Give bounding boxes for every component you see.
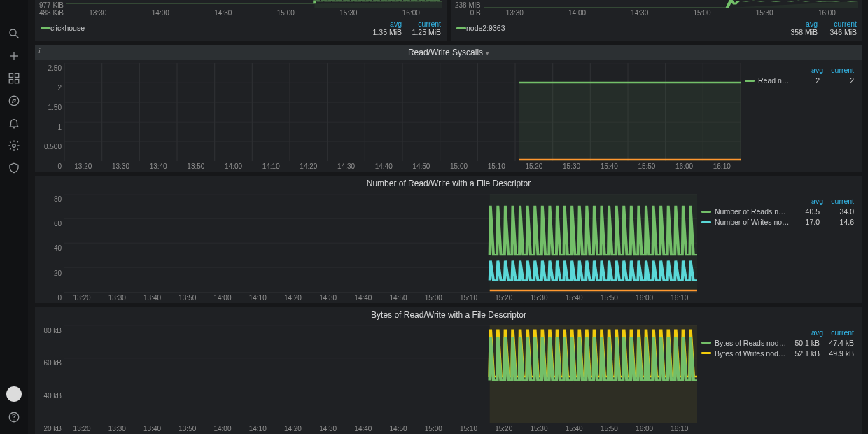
chart-plot[interactable] bbox=[64, 194, 697, 292]
panel-fd-count[interactable]: Number of Read/Write with a File Descrip… bbox=[35, 176, 862, 302]
avatar[interactable] bbox=[6, 386, 22, 402]
yaxis: 806040200 bbox=[39, 194, 64, 301]
yaxis: 238 MiB 0 B bbox=[455, 0, 484, 17]
xaxis: 13:3014:0014:3015:0015:3016:00 bbox=[484, 8, 858, 17]
legend-swatch bbox=[745, 80, 755, 82]
legend-row[interactable]: Read node2:9363 2 2 bbox=[745, 76, 854, 85]
xaxis: 13:3014:0014:3015:0015:3016:00 bbox=[66, 8, 442, 17]
yaxis: 2.5021.5010.5000 bbox=[39, 63, 64, 170]
legend: clickhouse avgcurrent 1.35 MiB1.25 MiB bbox=[35, 18, 447, 41]
compass-icon[interactable] bbox=[7, 94, 21, 108]
legend-row[interactable]: Bytes of Writes node2:9363 52.1 kB 49.9 … bbox=[701, 349, 854, 358]
panel-top-left[interactable]: 977 KiB 488 KiB bbox=[35, 0, 447, 41]
legend: avgcurrent Bytes of Reads node2:9363 50.… bbox=[701, 326, 858, 433]
panel-fd-bytes[interactable]: Bytes of Read/Write with a File Descript… bbox=[35, 307, 862, 434]
dashboard-main: 977 KiB 488 KiB bbox=[28, 0, 868, 434]
chart-plot[interactable] bbox=[66, 0, 442, 8]
xaxis: 13:2013:3013:4013:5014:0014:1014:2014:30… bbox=[64, 161, 741, 170]
help-icon[interactable] bbox=[7, 410, 21, 424]
chart-plot[interactable] bbox=[64, 326, 697, 424]
gear-icon[interactable] bbox=[7, 139, 21, 153]
panel-syscalls[interactable]: i Read/Write Syscalls▾ 2.5021.5010.5000 bbox=[35, 45, 862, 172]
svg-point-0 bbox=[10, 29, 16, 36]
svg-rect-6 bbox=[9, 80, 13, 83]
svg-rect-45 bbox=[519, 83, 741, 161]
legend-swatch bbox=[41, 27, 50, 29]
svg-marker-9 bbox=[13, 99, 16, 103]
svg-point-8 bbox=[9, 96, 19, 106]
panel-title[interactable]: Bytes of Read/Write with a File Descript… bbox=[35, 307, 862, 323]
chart-plot[interactable] bbox=[484, 0, 858, 8]
legend-row[interactable]: Number of Writes node2:9363 17.0 14.6 bbox=[701, 218, 854, 226]
legend-row[interactable]: Bytes of Reads node2:9363 50.1 kB 47.4 k… bbox=[701, 339, 854, 347]
bell-icon[interactable] bbox=[7, 116, 21, 130]
legend: avgcurrent Read node2:9363 2 2 bbox=[745, 63, 858, 170]
svg-rect-4 bbox=[9, 74, 13, 77]
legend-swatch bbox=[456, 27, 466, 29]
xaxis: 13:2013:3013:4013:5014:0014:1014:2014:30… bbox=[64, 293, 697, 302]
info-icon[interactable]: i bbox=[38, 47, 41, 55]
yaxis: 977 KiB 488 KiB bbox=[39, 0, 66, 17]
sidebar bbox=[0, 0, 28, 434]
svg-rect-5 bbox=[15, 74, 19, 77]
xaxis: 13:2013:3013:4013:5014:0014:1014:2014:30… bbox=[64, 424, 697, 433]
legend: node2:9363 avgcurrent 358 MiB346 MiB bbox=[451, 18, 862, 41]
legend-row[interactable]: Number of Reads node2:9363 40.5 34.0 bbox=[701, 207, 854, 216]
svg-point-11 bbox=[13, 144, 16, 148]
panel-title[interactable]: Number of Read/Write with a File Descrip… bbox=[35, 176, 862, 191]
svg-rect-7 bbox=[15, 80, 19, 83]
plus-icon[interactable] bbox=[7, 49, 21, 63]
chevron-down-icon[interactable]: ▾ bbox=[486, 50, 489, 57]
svg-line-1 bbox=[15, 35, 19, 38]
shield-icon[interactable] bbox=[7, 161, 21, 175]
panel-title[interactable]: i Read/Write Syscalls▾ bbox=[35, 45, 862, 60]
search-icon[interactable] bbox=[7, 27, 21, 41]
yaxis: 80 kB60 kB40 kB20 kB bbox=[39, 326, 64, 433]
chart-plot[interactable] bbox=[64, 63, 741, 161]
panel-top-right[interactable]: 238 MiB 0 B bbox=[451, 0, 862, 41]
legend: avgcurrent Number of Reads node2:9363 40… bbox=[701, 194, 858, 301]
dashboards-icon[interactable] bbox=[7, 71, 21, 85]
